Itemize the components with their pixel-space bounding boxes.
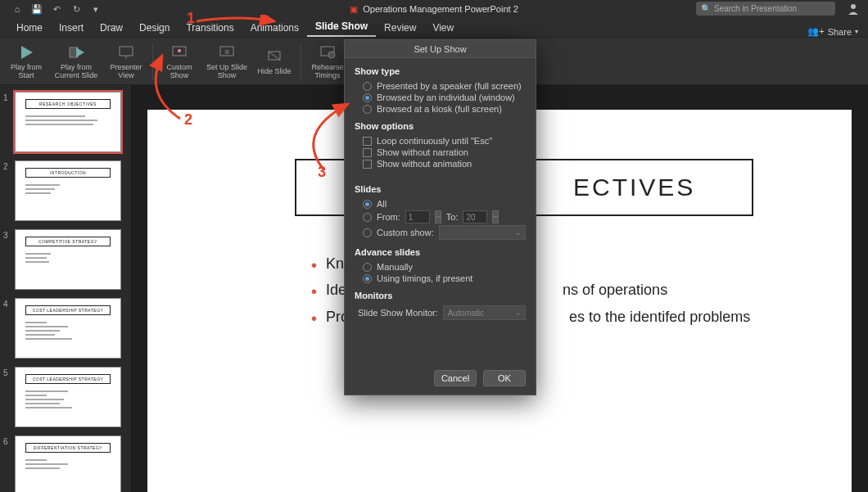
svg-line-11 bbox=[269, 52, 280, 60]
radio-custom-show[interactable] bbox=[363, 228, 372, 237]
user-avatar[interactable] bbox=[847, 2, 860, 16]
from-stepper[interactable] bbox=[435, 210, 441, 223]
svg-text:⚙: ⚙ bbox=[224, 49, 229, 55]
ok-button[interactable]: OK bbox=[483, 370, 526, 386]
from-field[interactable]: 1 bbox=[405, 210, 430, 223]
section-label-advance: Advance slides bbox=[355, 247, 526, 257]
setup-show-dialog: Set Up Show Show type Presented by a spe… bbox=[344, 39, 536, 395]
save-icon[interactable]: 💾 bbox=[31, 3, 43, 15]
hide-slide-button[interactable]: Hide Slide bbox=[251, 39, 297, 84]
radio-browsed-window[interactable] bbox=[363, 93, 372, 102]
hide-slide-icon bbox=[264, 47, 284, 66]
radio-label: Browsed by an individual (window) bbox=[377, 93, 515, 102]
cancel-button[interactable]: Cancel bbox=[434, 370, 477, 386]
search-input[interactable]: 🔍 Search in Presentation bbox=[696, 2, 835, 16]
thumb-number: 2 bbox=[3, 162, 11, 171]
check-label: Show without narration bbox=[377, 147, 468, 157]
play-from-current-button[interactable]: Play from Current Slide bbox=[51, 39, 102, 84]
share-button[interactable]: 👥+ Share ▾ bbox=[807, 26, 858, 37]
check-label: Loop continuously until "Esc" bbox=[377, 136, 492, 146]
slide-thumbnail[interactable]: DIFFERENTIATION STRATEGY bbox=[15, 436, 121, 492]
section-label-monitors: Monitors bbox=[355, 291, 526, 300]
home-icon[interactable]: ⌂ bbox=[11, 3, 23, 15]
ribbon-label: Play from Current Slide bbox=[51, 64, 102, 80]
thumb-number: 4 bbox=[3, 300, 11, 309]
title-bar: ⌂ 💾 ↶ ↻ ▾ ▣ Operations Management PowerP… bbox=[0, 0, 868, 18]
thumb-number: 5 bbox=[3, 368, 11, 377]
monitor-select[interactable]: Automatic bbox=[443, 305, 526, 320]
checkbox-no-animation[interactable] bbox=[363, 160, 372, 169]
radio-label: Using timings, if present bbox=[377, 273, 472, 283]
radio-manually[interactable] bbox=[363, 263, 372, 272]
svg-rect-4 bbox=[120, 47, 133, 56]
slide-thumbnail[interactable]: COMPETITIVE STRATEGY bbox=[15, 229, 121, 290]
radio-label: All bbox=[377, 199, 387, 209]
tab-design[interactable]: Design bbox=[131, 19, 178, 37]
quick-access-toolbar: ⌂ 💾 ↶ ↻ ▾ bbox=[0, 3, 102, 15]
custom-show-select[interactable] bbox=[439, 225, 526, 240]
slide-thumbnails-panel: 1 RESEARCH OBJECTIVES 2 INTRODUCTION 3 C… bbox=[0, 85, 131, 492]
check-label: Show without animation bbox=[377, 159, 472, 169]
qat-more-icon[interactable]: ▾ bbox=[90, 3, 102, 15]
section-label-showoptions: Show options bbox=[355, 121, 526, 131]
presenter-view-icon bbox=[116, 43, 136, 62]
checkbox-no-narration[interactable] bbox=[363, 148, 372, 157]
search-placeholder: Search in Presentation bbox=[714, 4, 797, 13]
redo-icon[interactable]: ↻ bbox=[70, 3, 82, 15]
tab-animations[interactable]: Animations bbox=[242, 19, 307, 37]
setup-show-icon: ⚙ bbox=[217, 43, 237, 62]
radio-kiosk[interactable] bbox=[363, 105, 372, 114]
undo-icon[interactable]: ↶ bbox=[51, 3, 62, 15]
rehearse-icon bbox=[318, 43, 337, 62]
thumb-title: COST LEADERSHIP STRATEGY bbox=[25, 305, 111, 315]
slide-title-text: ECTIVES bbox=[573, 174, 695, 201]
svg-point-0 bbox=[851, 4, 856, 9]
svg-marker-1 bbox=[21, 46, 33, 59]
svg-point-13 bbox=[328, 52, 335, 58]
section-label-showtype: Show type bbox=[355, 66, 526, 76]
slide-thumbnail[interactable]: INTRODUCTION bbox=[15, 160, 121, 221]
custom-show-label: Custom show: bbox=[377, 228, 434, 237]
radio-presented[interactable] bbox=[363, 82, 372, 91]
ribbon-label: Custom Show bbox=[156, 64, 202, 80]
svg-point-7 bbox=[178, 49, 181, 52]
slide-thumbnail[interactable]: COST LEADERSHIP STRATEGY bbox=[15, 367, 121, 427]
tab-review[interactable]: Review bbox=[376, 19, 424, 37]
custom-show-button[interactable]: Custom Show bbox=[156, 39, 202, 84]
radio-from-to[interactable] bbox=[363, 213, 372, 222]
custom-show-icon bbox=[170, 43, 189, 62]
setup-show-button[interactable]: ⚙ Set Up Slide Show bbox=[204, 39, 250, 84]
share-label: Share bbox=[828, 27, 852, 37]
ribbon-tabs: Home Insert Draw Design Transitions Anim… bbox=[0, 18, 868, 38]
to-stepper[interactable] bbox=[492, 210, 499, 223]
thumb-number: 3 bbox=[3, 231, 11, 240]
play-from-start-button[interactable]: Play from Start bbox=[3, 39, 49, 84]
tab-slideshow[interactable]: Slide Show bbox=[307, 17, 376, 37]
tab-insert[interactable]: Insert bbox=[51, 19, 92, 37]
tab-draw[interactable]: Draw bbox=[92, 19, 131, 37]
document-title-text: Operations Management PowerPoint 2 bbox=[363, 4, 518, 14]
play-current-icon bbox=[66, 43, 86, 62]
search-icon: 🔍 bbox=[701, 4, 711, 13]
thumb-title: DIFFERENTIATION STRATEGY bbox=[25, 443, 111, 453]
ribbon-label: Set Up Slide Show bbox=[204, 64, 250, 80]
to-field[interactable]: 20 bbox=[463, 210, 487, 223]
slide-thumbnail[interactable]: COST LEADERSHIP STRATEGY bbox=[15, 298, 121, 359]
tab-transitions[interactable]: Transitions bbox=[178, 19, 242, 37]
radio-label: Manually bbox=[377, 262, 413, 272]
slide-thumbnail[interactable]: RESEARCH OBJECTIVES bbox=[15, 92, 121, 152]
thumb-number: 6 bbox=[3, 437, 11, 446]
ribbon-divider bbox=[301, 43, 301, 79]
play-icon bbox=[16, 43, 36, 62]
section-label-slides: Slides bbox=[355, 184, 526, 194]
thumb-title: COST LEADERSHIP STRATEGY bbox=[25, 374, 111, 384]
document-title: ▣ Operations Management PowerPoint 2 bbox=[350, 4, 518, 15]
tab-home[interactable]: Home bbox=[8, 19, 51, 37]
radio-all-slides[interactable] bbox=[363, 200, 372, 209]
monitor-label: Slide Show Monitor: bbox=[358, 308, 438, 318]
radio-timings[interactable] bbox=[363, 274, 372, 283]
radio-label: Browsed at a kiosk (full screen) bbox=[377, 104, 502, 114]
checkbox-loop[interactable] bbox=[363, 137, 372, 146]
tab-view[interactable]: View bbox=[424, 19, 462, 37]
presenter-view-button[interactable]: Presenter View bbox=[103, 39, 149, 84]
